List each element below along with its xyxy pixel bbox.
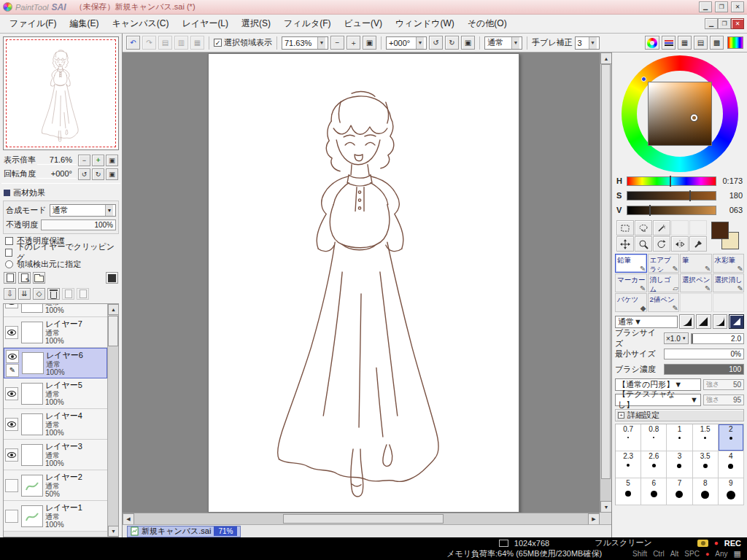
clear-layer-button[interactable]: ◇: [33, 288, 45, 300]
transfer-layer-button[interactable]: ⇩: [4, 288, 16, 300]
rotate-view-tool[interactable]: [653, 236, 670, 252]
magic-wand-tool[interactable]: [653, 220, 670, 236]
brush-tip-linear[interactable]: [696, 314, 711, 329]
zoom-reset-button[interactable]: ▣: [363, 36, 376, 50]
menu-selection[interactable]: 選択(S): [235, 15, 277, 32]
brush-edge-select[interactable]: 通常▼: [615, 316, 678, 328]
scrollbar-thumb[interactable]: [283, 514, 444, 524]
nav-zoom-out-button[interactable]: −: [78, 155, 90, 166]
brush-tip-selected[interactable]: [729, 314, 744, 329]
scratchpad-toggle-button[interactable]: ▤: [694, 36, 708, 50]
rotate-reset-button[interactable]: ▣: [461, 36, 475, 50]
tool-marker[interactable]: マーカー✎: [615, 273, 647, 292]
horizontal-scrollbar[interactable]: ◀ ▶: [123, 513, 600, 524]
preset-cell[interactable]: 7: [667, 478, 692, 505]
layer-item[interactable]: レイヤー1通常100%: [4, 501, 107, 532]
close-button[interactable]: ✕: [731, 1, 744, 12]
preset-cell[interactable]: 2.3: [616, 451, 641, 478]
layer-item[interactable]: レイヤー4通常100%: [4, 409, 107, 440]
preset-cell[interactable]: 4: [719, 451, 744, 478]
rotate-ccw-button[interactable]: ↺: [429, 36, 443, 50]
chevron-down-icon[interactable]: ▼: [634, 317, 642, 326]
layer-visibility-toggle[interactable]: [5, 326, 18, 339]
layer-item[interactable]: レイヤー3通常100%: [4, 440, 107, 470]
brush-tip-concave[interactable]: [679, 314, 694, 329]
menu-window[interactable]: ウィンドウ(W): [389, 15, 461, 32]
scroll-down-arrow[interactable]: ▼: [108, 526, 119, 537]
chevron-down-icon[interactable]: ▼: [511, 37, 519, 49]
scroll-down-arrow[interactable]: ▼: [600, 501, 611, 513]
brush-texture-select[interactable]: 【テクスチャなし】▼: [615, 394, 701, 406]
navigator-preview[interactable]: [3, 36, 119, 150]
preset-cell[interactable]: 8: [693, 478, 719, 505]
deselect-button[interactable]: ▤: [158, 36, 172, 50]
tool-selection-pen[interactable]: 選択ペン✎: [680, 273, 712, 292]
crop-selection-button[interactable]: ▥: [174, 36, 188, 50]
hue-slider[interactable]: [627, 176, 716, 186]
preset-cell-selected[interactable]: 2: [719, 424, 744, 451]
show-selection-checkbox[interactable]: ✓: [214, 39, 222, 47]
scroll-left-arrow[interactable]: ◀: [123, 513, 134, 525]
scrollbar-thumb[interactable]: [601, 64, 611, 479]
layer-visibility-toggle[interactable]: [5, 418, 18, 431]
paste-layer-button[interactable]: [77, 288, 89, 300]
clipping-group-checkbox[interactable]: [5, 249, 12, 257]
layer-visibility-toggle[interactable]: [5, 479, 18, 492]
min-size-slider[interactable]: 0%: [664, 349, 744, 359]
tool-selection-eraser[interactable]: 選択消し✎: [713, 273, 745, 292]
move-tool[interactable]: [616, 236, 634, 252]
preset-cell[interactable]: 3.5: [693, 451, 719, 478]
zoom-tool[interactable]: [635, 236, 652, 252]
shape-strength-field[interactable]: 強さ50: [703, 379, 744, 390]
texture-strength-field[interactable]: 強さ95: [703, 394, 744, 405]
undo-button[interactable]: ↶: [126, 36, 140, 50]
custom-palette-toggle-button[interactable]: ▩: [710, 36, 724, 50]
new-layer-button[interactable]: [4, 272, 16, 284]
lasso-tool[interactable]: [635, 220, 652, 236]
chevron-down-icon[interactable]: ▼: [416, 37, 424, 49]
primary-color-swatch[interactable]: [711, 222, 729, 239]
layer-opacity-slider[interactable]: 100%: [41, 219, 116, 230]
preset-cell[interactable]: 1: [667, 424, 692, 451]
layer-visibility-toggle[interactable]: [5, 303, 18, 308]
scroll-up-arrow[interactable]: ▲: [600, 52, 611, 64]
preset-cell[interactable]: 2.6: [641, 451, 667, 478]
rainbow-swatch[interactable]: [727, 36, 743, 49]
brush-size-slider[interactable]: 2.0: [691, 333, 744, 344]
layer-mask-button[interactable]: [106, 272, 118, 284]
nav-rotate-ccw-button[interactable]: ↺: [78, 168, 90, 180]
scrollbar-thumb[interactable]: [108, 316, 118, 346]
menu-layer[interactable]: レイヤー(L): [176, 15, 236, 32]
canvas-document[interactable]: [208, 53, 519, 513]
chevron-down-icon[interactable]: ▼: [674, 380, 682, 389]
brush-density-slider[interactable]: 100: [664, 364, 744, 375]
zoom-in-button[interactable]: ＋: [347, 36, 360, 50]
tool-eraser[interactable]: 消しゴム▱: [648, 273, 680, 292]
menu-canvas[interactable]: キャンバス(C): [105, 15, 175, 32]
layer-blend-mode-select[interactable]: 通常▼: [50, 204, 116, 217]
saturation-value-square[interactable]: [648, 82, 712, 146]
eyedropper-tool[interactable]: [689, 236, 707, 252]
new-layer-set-button[interactable]: [33, 272, 45, 284]
document-close-button[interactable]: ✕: [731, 18, 744, 29]
layer-visibility-toggle[interactable]: [6, 350, 19, 363]
new-linework-layer-button[interactable]: [18, 272, 31, 284]
layer-item[interactable]: レイヤー2通常50%: [4, 470, 107, 501]
layer-visibility-toggle[interactable]: [5, 448, 18, 462]
stabilizer-select[interactable]: 3▼: [575, 36, 600, 50]
chevron-down-icon[interactable]: ▼: [690, 395, 698, 404]
preset-cell[interactable]: 5: [616, 478, 641, 505]
selection-source-radio[interactable]: [5, 260, 13, 268]
menu-edit[interactable]: 編集(E): [63, 15, 105, 32]
nav-rotate-cw-button[interactable]: ↻: [92, 168, 104, 180]
canvas-tab[interactable]: 新規キャンバス.sai 71%: [127, 526, 241, 537]
chevron-down-icon[interactable]: ▼: [317, 37, 325, 49]
layer-item[interactable]: レイヤー5通常100%: [4, 378, 107, 409]
blend-mode-select[interactable]: 通常▼: [484, 36, 522, 50]
document-restore-button[interactable]: ❐: [718, 18, 731, 29]
tool-watercolor[interactable]: 水彩筆✎: [713, 254, 745, 273]
swatches-toggle-button[interactable]: ▦: [678, 36, 692, 50]
brush-tip-convex[interactable]: [713, 314, 728, 329]
layer-item[interactable]: レイヤー7通常100%: [4, 317, 107, 348]
camera-icon[interactable]: [697, 540, 708, 547]
